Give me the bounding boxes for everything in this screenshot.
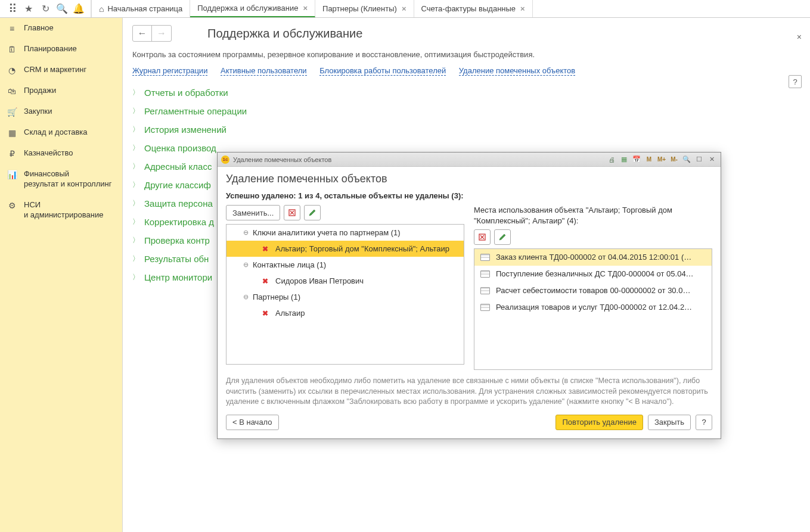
mark-delete-button[interactable]: [284, 205, 300, 220]
tree-item-label: Альтаир; Торговый дом "Комплексный"; Аль…: [275, 244, 449, 253]
back-to-start-button[interactable]: < В начало: [226, 415, 279, 430]
page-description: Контроль за состоянием программы, резерв…: [132, 50, 800, 59]
sidebar: ≡Главное 🗓Планирование ◔CRM и маркетинг …: [0, 18, 123, 532]
sidebar-item-sales[interactable]: 🛍Продажи: [0, 80, 122, 101]
tabs-bar: ⌂ Начальная страница Поддержка и обслужи…: [91, 0, 533, 17]
close-page-icon[interactable]: ×: [797, 32, 802, 42]
sidebar-item-treasury[interactable]: ₽Казначейство: [0, 143, 122, 164]
tree-group[interactable]: ⊖Партнеры (1): [226, 289, 464, 305]
close-icon[interactable]: ×: [303, 4, 308, 13]
sidebar-item-planning[interactable]: 🗓Планирование: [0, 39, 122, 60]
section-reports[interactable]: 〉Отчеты и обработки: [132, 83, 800, 102]
tab-partners[interactable]: Партнеры (Клиенты) ×: [315, 0, 414, 17]
chevron-right-icon: 〉: [132, 180, 139, 190]
gear-icon: ⚙: [6, 201, 18, 210]
chevron-right-icon: 〉: [132, 198, 139, 209]
usage-row[interactable]: Расчет себестоимости товаров 00-00000002…: [474, 282, 712, 299]
tree-group[interactable]: ⊖Контактные лица (1): [226, 257, 464, 273]
edit-button[interactable]: [494, 229, 511, 245]
sidebar-item-label: НСИ и администрирование: [24, 200, 103, 220]
sidebar-item-finance[interactable]: 📊Финансовый результат и контроллинг: [0, 164, 122, 195]
tree-group-label: Ключи аналитики учета по партнерам (1): [253, 228, 401, 237]
chevron-right-icon: 〉: [132, 143, 139, 153]
chevron-right-icon: 〉: [132, 88, 139, 98]
collapse-icon[interactable]: ⊖: [242, 229, 249, 237]
dialog-footer: < В начало Повторить удаление Закрыть ?: [226, 415, 712, 430]
link-active-users[interactable]: Активные пользователи: [221, 66, 307, 76]
section-label: Регламентные операции: [144, 106, 247, 116]
m-button[interactable]: M: [644, 155, 654, 164]
section-scheduled[interactable]: 〉Регламентные операции: [132, 102, 800, 120]
chevron-right-icon: 〉: [132, 254, 139, 264]
sidebar-item-warehouse[interactable]: ▦Склад и доставка: [0, 122, 122, 143]
replace-button[interactable]: Заменить...: [226, 205, 280, 220]
tab-home[interactable]: ⌂ Начальная страница: [91, 0, 190, 17]
back-button[interactable]: ←: [133, 26, 152, 41]
tab-invoices[interactable]: Счета-фактуры выданные ×: [414, 0, 533, 17]
chevron-right-icon: 〉: [132, 272, 139, 282]
mark-delete-button[interactable]: [474, 229, 491, 245]
tab-home-label: Начальная страница: [107, 4, 182, 13]
forward-button[interactable]: →: [152, 26, 171, 41]
history-icon[interactable]: ↻: [37, 1, 54, 17]
calendar-icon: 🗓: [6, 45, 18, 54]
table-icon[interactable]: ▦: [619, 155, 629, 164]
section-label: Результаты обн: [144, 254, 209, 264]
section-label: Корректировка д: [144, 217, 214, 227]
status-post: , остальные объекты не удалены (3):: [319, 191, 463, 200]
objects-toolbar: Заменить...: [226, 205, 464, 220]
dialog-titlebar[interactable]: 1c Удаление помеченных объектов 🖨 ▦ 📅 M …: [218, 153, 721, 167]
link-block-users[interactable]: Блокировка работы пользователей: [319, 66, 446, 76]
sidebar-item-crm[interactable]: ◔CRM и маркетинг: [0, 60, 122, 80]
objects-tree[interactable]: ⊖Ключи аналитики учета по партнерам (1) …: [226, 224, 464, 365]
apps-icon[interactable]: ⠿: [4, 1, 20, 17]
link-delete-marked[interactable]: Удаление помеченных объектов: [459, 66, 575, 76]
bell-icon[interactable]: 🔔: [70, 1, 87, 17]
quick-links: Журнал регистрации Активные пользователи…: [132, 66, 800, 75]
close-button[interactable]: Закрыть: [648, 415, 691, 430]
print-icon[interactable]: 🖨: [606, 155, 617, 164]
tree-item[interactable]: ✖Альтаир: [226, 305, 464, 321]
sidebar-item-nsi[interactable]: ⚙НСИ и администрирование: [0, 195, 122, 226]
help-button[interactable]: ?: [789, 75, 802, 88]
usage-row[interactable]: Заказ клиента ТД00-000002 от 04.04.2015 …: [474, 249, 712, 266]
dialog-body: Удаление помеченных объектов Успешно уда…: [218, 167, 721, 438]
tree-group[interactable]: ⊖Ключи аналитики учета по партнерам (1): [226, 225, 464, 241]
usage-row[interactable]: Поступление безналичных ДС ТД00-000004 о…: [474, 266, 712, 282]
link-journal[interactable]: Журнал регистрации: [132, 66, 207, 76]
page-header: ← → Поддержка и обслуживание: [123, 18, 810, 46]
m-minus-button[interactable]: M-: [669, 155, 679, 164]
close-icon[interactable]: ×: [402, 4, 406, 13]
tab-support[interactable]: Поддержка и обслуживание ×: [190, 0, 315, 17]
document-icon: [480, 304, 490, 311]
repeat-delete-button[interactable]: Повторить удаление: [555, 415, 643, 430]
m-plus-button[interactable]: M+: [656, 155, 667, 164]
close-icon[interactable]: ✕: [706, 155, 717, 164]
delete-mark-icon: ✖: [262, 245, 271, 253]
sidebar-item-label: Главное: [24, 23, 54, 33]
chevron-right-icon: 〉: [132, 217, 139, 227]
search-icon[interactable]: 🔍: [54, 1, 70, 17]
document-icon: [480, 270, 490, 278]
collapse-icon[interactable]: ⊖: [242, 293, 249, 301]
usage-heading: Места использования объекта "Альтаир; То…: [474, 205, 712, 226]
usage-list[interactable]: Заказ клиента ТД00-000002 от 04.04.2015 …: [474, 248, 712, 370]
collapse-icon[interactable]: ⊖: [242, 261, 249, 269]
zoom-icon[interactable]: 🔍: [681, 155, 692, 164]
sidebar-item-main[interactable]: ≡Главное: [0, 18, 122, 39]
chevron-right-icon: 〉: [132, 235, 139, 245]
tree-item-selected[interactable]: ✖Альтаир; Торговый дом "Комплексный"; Ал…: [226, 241, 464, 257]
tree-item[interactable]: ✖Сидоров Иван Петрович: [226, 273, 464, 289]
help-button[interactable]: ?: [696, 415, 712, 430]
star-icon[interactable]: ★: [20, 1, 37, 17]
section-history[interactable]: 〉История изменений: [132, 120, 800, 139]
close-icon[interactable]: ×: [520, 4, 525, 13]
maximize-icon[interactable]: ☐: [694, 155, 705, 164]
edit-button[interactable]: [304, 205, 321, 220]
top-toolbar: ⠿ ★ ↻ 🔍 🔔 ⌂ Начальная страница Поддержка…: [0, 0, 810, 18]
calendar-icon[interactable]: 📅: [631, 155, 642, 164]
usage-row[interactable]: Реализация товаров и услуг ТД00-000002 о…: [474, 299, 712, 316]
section-label: Адресный класс: [144, 161, 212, 172]
tree-item-label: Сидоров Иван Петрович: [275, 276, 364, 285]
sidebar-item-purchases[interactable]: 🛒Закупки: [0, 101, 122, 122]
